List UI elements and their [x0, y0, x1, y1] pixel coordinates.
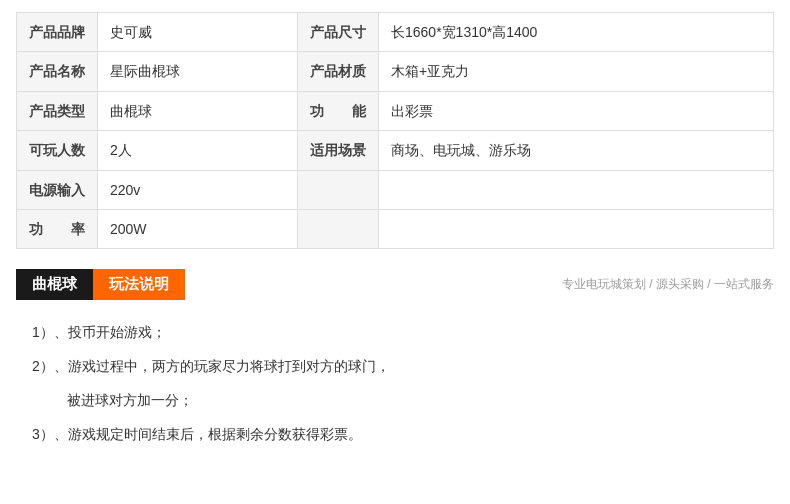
- table-label-left-4: 电源输入: [17, 170, 98, 209]
- table-row: 功 率200W: [17, 209, 774, 248]
- table-label-right-4: [298, 170, 379, 209]
- instruction-item-1: 1）、投币开始游戏；: [32, 318, 758, 346]
- table-value-left-2: 曲棍球: [98, 91, 298, 130]
- table-label-right-3: 适用场景: [298, 131, 379, 170]
- table-label-left-0: 产品品牌: [17, 13, 98, 52]
- table-label-right-1: 产品材质: [298, 52, 379, 91]
- tab-instructions[interactable]: 玩法说明: [93, 269, 185, 300]
- table-value-right-3: 商场、电玩城、游乐场: [379, 131, 774, 170]
- table-value-left-3: 2人: [98, 131, 298, 170]
- table-row: 产品类型曲棍球功 能出彩票: [17, 91, 774, 130]
- table-row: 电源输入220v: [17, 170, 774, 209]
- instruction-item-2-line2: 被进球对方加一分；: [32, 386, 758, 414]
- table-value-left-4: 220v: [98, 170, 298, 209]
- table-value-left-1: 星际曲棍球: [98, 52, 298, 91]
- section-header: 曲棍球 玩法说明 专业电玩城策划 / 源头采购 / 一站式服务: [16, 269, 774, 300]
- table-value-left-5: 200W: [98, 209, 298, 248]
- table-row: 产品品牌史可威产品尺寸长1660*宽1310*高1400: [17, 13, 774, 52]
- instruction-item-3: 3）、游戏规定时间结束后，根据剩余分数获得彩票。: [32, 420, 758, 448]
- table-label-right-5: [298, 209, 379, 248]
- table-value-right-5: [379, 209, 774, 248]
- instructions-section: 1）、投币开始游戏； 2）、游戏过程中，两方的玩家尽力将球打到对方的球门， 被进…: [16, 318, 774, 448]
- table-row: 可玩人数2人适用场景商场、电玩城、游乐场: [17, 131, 774, 170]
- table-label-left-3: 可玩人数: [17, 131, 98, 170]
- table-row: 产品名称星际曲棍球产品材质木箱+亚克力: [17, 52, 774, 91]
- table-label-right-0: 产品尺寸: [298, 13, 379, 52]
- table-value-right-0: 长1660*宽1310*高1400: [379, 13, 774, 52]
- tab-product-name[interactable]: 曲棍球: [16, 269, 93, 300]
- table-value-right-4: [379, 170, 774, 209]
- table-label-left-2: 产品类型: [17, 91, 98, 130]
- product-info-table: 产品品牌史可威产品尺寸长1660*宽1310*高1400产品名称星际曲棍球产品材…: [16, 12, 774, 249]
- instruction-item-2-line1: 2）、游戏过程中，两方的玩家尽力将球打到对方的球门，: [32, 352, 758, 380]
- table-label-left-5: 功 率: [17, 209, 98, 248]
- table-value-left-0: 史可威: [98, 13, 298, 52]
- table-value-right-1: 木箱+亚克力: [379, 52, 774, 91]
- table-value-right-2: 出彩票: [379, 91, 774, 130]
- company-slogan: 专业电玩城策划 / 源头采购 / 一站式服务: [562, 276, 774, 293]
- table-label-left-1: 产品名称: [17, 52, 98, 91]
- table-label-right-2: 功 能: [298, 91, 379, 130]
